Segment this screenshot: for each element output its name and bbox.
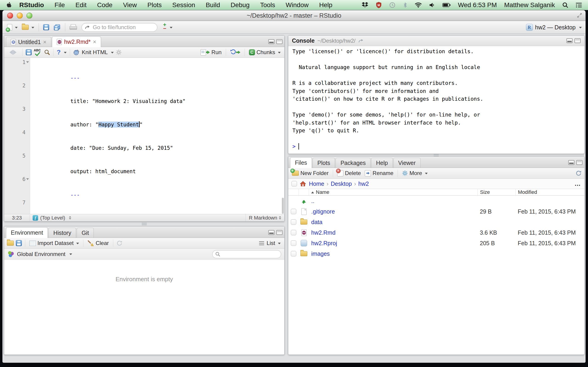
refresh-icon[interactable] — [116, 240, 122, 246]
wifi-icon[interactable] — [415, 2, 422, 8]
title-bar[interactable]: ~/Desktop/hw2 - master – RStudio — [2, 10, 586, 21]
file-row[interactable]: hw2.Rmd 3.6 KB Feb 11, 2015, 6:43 PM — [288, 227, 584, 238]
fold-toggle-icon[interactable] — [26, 61, 29, 65]
file-row[interactable]: .gitignore 29 B Feb 11, 2015, 6:43 PM — [288, 206, 584, 217]
menu-clock[interactable]: Wed 6:53 PM — [458, 1, 497, 9]
fold-toggle-icon[interactable] — [26, 178, 29, 181]
menu-item[interactable]: Code — [97, 1, 112, 9]
horizontal-splitter-handle[interactable] — [142, 223, 147, 225]
file-checkbox[interactable] — [291, 219, 296, 225]
environment-scope-selector[interactable]: Global Environment — [17, 251, 65, 257]
spotlight-search-icon[interactable] — [562, 2, 568, 8]
console[interactable]: Type 'license()' or 'licence()' for dist… — [288, 46, 584, 154]
gear-icon[interactable] — [116, 49, 122, 55]
menu-app-name[interactable]: RStudio — [19, 1, 44, 9]
file-link[interactable]: images — [309, 250, 477, 257]
find-icon[interactable] — [44, 49, 50, 55]
environment-search-field[interactable] — [212, 250, 281, 258]
file-row[interactable]: hw2.Rproj 205 B Feb 11, 2015, 6:43 PM — [288, 238, 584, 248]
load-workspace-icon[interactable] — [7, 241, 14, 246]
more-button[interactable]: More — [401, 169, 429, 177]
breadcrumb-link[interactable]: Home — [309, 181, 331, 187]
maximize-pane-icon[interactable] — [276, 230, 283, 235]
file-checkbox[interactable] — [291, 240, 296, 246]
rename-button[interactable]: Rename — [364, 169, 394, 177]
volume-icon[interactable] — [429, 2, 435, 8]
knit-html-button[interactable]: Knit HTML — [82, 49, 108, 56]
environment-search-input[interactable] — [222, 251, 275, 257]
chunks-button[interactable]: C Chunks — [248, 49, 282, 56]
back-icon[interactable] — [7, 50, 13, 55]
ellipsis-icon[interactable] — [574, 180, 581, 187]
minimize-pane-icon[interactable] — [268, 39, 275, 44]
menu-item[interactable]: Debug — [231, 1, 250, 9]
pane-tab[interactable]: History — [48, 228, 76, 238]
clear-workspace-button[interactable]: Clear — [86, 240, 110, 247]
spellcheck-icon[interactable] — [34, 49, 42, 56]
minimize-pane-icon[interactable] — [268, 230, 275, 235]
column-header-modified[interactable]: Modified — [515, 189, 584, 195]
refresh-icon[interactable] — [576, 170, 582, 176]
save-workspace-icon[interactable] — [16, 240, 22, 246]
run-button[interactable]: Run — [199, 49, 223, 56]
source-tab[interactable]: Untitled1 — [6, 37, 51, 47]
menu-item[interactable]: Window — [286, 1, 309, 9]
file-link[interactable]: hw2.Rmd — [309, 229, 477, 236]
menu-item[interactable]: Plots — [147, 1, 162, 9]
file-link[interactable]: data — [309, 219, 477, 225]
maximize-pane-icon[interactable] — [576, 160, 582, 165]
dropbox-icon[interactable] — [362, 2, 368, 8]
save-icon[interactable] — [26, 49, 32, 55]
help-icon[interactable]: ? — [57, 49, 61, 56]
menu-item[interactable]: Help — [319, 1, 332, 9]
menu-item[interactable]: Tools — [260, 1, 275, 9]
editor-scrollbar-thumb[interactable] — [282, 198, 284, 214]
file-type-selector[interactable]: R Markdown — [246, 214, 284, 221]
pane-tab[interactable]: Git — [77, 228, 94, 238]
home-icon[interactable] — [300, 181, 306, 187]
pane-tab[interactable]: Plots — [313, 158, 335, 168]
new-folder-button[interactable]: New Folder — [291, 169, 330, 177]
forward-icon[interactable] — [13, 50, 19, 55]
pane-tab[interactable]: Environment — [6, 227, 48, 238]
close-icon[interactable] — [43, 39, 47, 45]
menu-item[interactable]: Edit — [75, 1, 86, 9]
select-all-checkbox[interactable] — [292, 181, 297, 186]
menu-user[interactable]: Matthew Salganik — [504, 1, 555, 9]
rerun-button[interactable] — [229, 49, 242, 56]
delete-button[interactable]: Delete — [336, 169, 362, 177]
file-link[interactable]: .gitignore — [309, 208, 477, 215]
minimize-pane-icon[interactable] — [568, 160, 574, 165]
new-file-button[interactable] — [6, 24, 19, 31]
file-row[interactable]: data — [288, 217, 584, 227]
scope-selector[interactable]: f (Top Level) — [30, 215, 74, 221]
import-dataset-button[interactable]: Import Dataset — [28, 240, 80, 247]
file-checkbox[interactable] — [291, 251, 296, 257]
print-button[interactable] — [69, 24, 78, 31]
version-control-button[interactable] — [162, 23, 173, 32]
battery-icon[interactable] — [442, 3, 451, 7]
source-tab[interactable]: hw2.Rmd* — [52, 36, 101, 47]
save-all-button[interactable] — [52, 23, 61, 31]
pane-tab[interactable]: Files — [290, 157, 312, 168]
column-header-size[interactable]: Size — [477, 189, 515, 195]
antivirus-shield-icon[interactable]: M — [376, 2, 382, 8]
apple-icon[interactable] — [6, 2, 11, 8]
horizontal-splitter-handle[interactable] — [434, 154, 439, 156]
maximize-pane-icon[interactable] — [574, 38, 581, 43]
menu-item[interactable]: File — [54, 1, 65, 9]
file-checkbox[interactable] — [291, 230, 296, 235]
file-row[interactable]: .. — [288, 196, 584, 206]
menu-item[interactable]: Build — [206, 1, 220, 9]
goto-directory-icon[interactable] — [358, 39, 364, 43]
fullscreen-icon[interactable] — [577, 13, 582, 18]
menu-item[interactable]: Session — [172, 1, 195, 9]
code-editor[interactable]: 1 --- 2 title: "Homework 2 — [4, 58, 284, 214]
goto-file-input[interactable]: Go to file/function — [82, 23, 157, 32]
maximize-pane-icon[interactable] — [276, 39, 283, 44]
list-view-button[interactable]: List — [258, 240, 282, 247]
notification-center-icon[interactable] — [576, 2, 582, 8]
file-link[interactable]: hw2.Rproj — [309, 240, 477, 247]
project-menu-button[interactable]: R hw2 — Desktop — [526, 24, 582, 31]
open-file-button[interactable] — [21, 24, 35, 30]
